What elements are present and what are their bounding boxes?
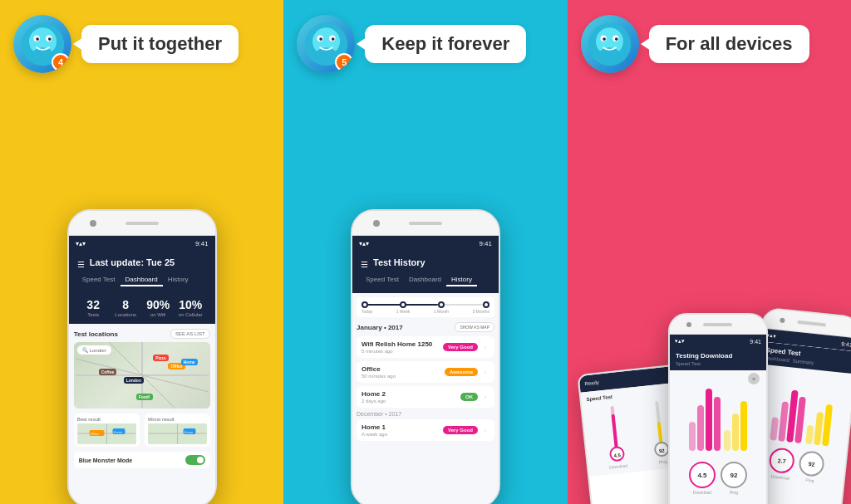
chevron-icon-home1[interactable]: › <box>481 426 489 434</box>
blue-monster-label: Blue Monster Mode <box>79 458 133 463</box>
slider-thumb-1week[interactable] <box>400 301 406 308</box>
best-result-label: Best result <box>77 417 136 422</box>
slider-label-1month: 1 Month <box>434 309 449 314</box>
slider-thumb-3months[interactable] <box>483 301 489 308</box>
slider-track[interactable] <box>362 304 489 306</box>
history-item-home2-name: Home 2 <box>362 390 460 398</box>
phone2-tab2[interactable]: Summary <box>792 358 814 365</box>
svg-text:Home: Home <box>184 430 193 434</box>
chevron-icon-office[interactable]: › <box>481 368 489 376</box>
mascot-yellow: 4 <box>13 15 71 73</box>
phone1-ping-stat: 92 Ping <box>721 462 747 495</box>
phone1-screen: Testing Download Speed Test <box>670 348 766 504</box>
chevron-icon-relish[interactable]: › <box>481 343 489 351</box>
history-item-home1-time: A week ago <box>362 432 443 437</box>
worst-result-card: Worst result Home <box>145 413 210 447</box>
phone-device-blue: ▾▴▾ 9:41 ☰ Test History Speed Test Dashb… <box>351 209 500 504</box>
slider-label-3months: 3 Months <box>472 309 489 314</box>
badge-ok-home2: OK <box>460 393 478 401</box>
devices-container: Ready 9:41 Speed Test 4.5 <box>568 313 851 504</box>
app-header-title-blue: Test History <box>373 257 426 267</box>
app-header-title-yellow: Last update: Tue 25 <box>90 257 175 267</box>
hamburger-icon-yellow[interactable]: ☰ <box>77 260 85 269</box>
svg-point-36 <box>615 37 618 41</box>
phone-status-bar-blue: ▾▴▾ 9:41 <box>352 236 499 251</box>
show-as-map-button[interactable]: SHOW AS MAP <box>455 322 494 332</box>
mascot-pink <box>581 15 639 73</box>
stat-locations: 8 Locations <box>110 298 142 317</box>
history-item-home2[interactable]: Home 2 2 days ago OK › <box>357 386 494 408</box>
hamburger-icon-blue[interactable]: ☰ <box>361 260 368 269</box>
slider-label-today: Today <box>362 309 372 314</box>
toggle-blue-monster[interactable] <box>185 455 205 465</box>
phone-device-yellow: ▾▴▾ 9:41 ☰ Last update: Tue 25 Speed Tes… <box>67 209 217 504</box>
history-item-office-time: 50 minutes ago <box>362 374 445 379</box>
phone2-time: 9:41 <box>841 340 851 347</box>
slider-thumb-1month[interactable] <box>438 301 445 308</box>
slider-thumb-today[interactable] <box>362 301 368 308</box>
phone-device-pink-1: ▾▴▾ 9:41 Testing Download Speed Test <box>668 313 768 504</box>
history-item-relish-info: Wifi Relish Home 1250 5 minutes ago <box>362 340 443 354</box>
phone1-camera <box>686 322 691 327</box>
ping-circle: 92 <box>721 462 747 488</box>
phone2-ping-stat: 92 Ping <box>797 450 825 484</box>
map-search-box[interactable]: 🔍 London <box>77 345 111 355</box>
phone2-ping-circle: 92 <box>798 450 825 477</box>
phone2-speaker <box>797 320 826 326</box>
phone-status-bar-yellow: ▾▴▾ 9:41 <box>69 236 215 251</box>
stat-tests-value: 32 <box>77 298 110 311</box>
app-header-yellow: ☰ Last update: Tue 25 Speed Test Dashboa… <box>69 251 215 293</box>
see-as-list-button[interactable]: SEE AS LIST <box>170 329 210 339</box>
slider-labels: Today 1 Week 1 Month 3 Months <box>362 309 489 314</box>
svg-point-5 <box>36 37 39 41</box>
history-month-jan: January • 2017 <box>357 324 403 331</box>
svg-text:Office: Office <box>90 432 99 436</box>
tab-history-yellow[interactable]: History <box>163 274 194 286</box>
status-time-blue: 9:41 <box>479 240 492 247</box>
svg-text:92: 92 <box>659 448 666 454</box>
stat-tests-label: Tests <box>77 312 110 317</box>
map-background: 🔍 London London Office Pizza Coffee Food… <box>74 342 210 409</box>
best-result-map: Office Home <box>77 423 136 444</box>
status-time-yellow: 9:41 <box>195 240 209 247</box>
map-area-yellow: 🔍 London London Office Pizza Coffee Food… <box>74 342 210 409</box>
phone1-tab-speedtest[interactable]: Speed Test <box>676 361 701 366</box>
map-pin-home: Home <box>181 359 198 365</box>
stat-wifi-value: 90% <box>142 298 175 311</box>
slider-label-1week: 1 Week <box>396 309 411 314</box>
tab-history-blue[interactable]: History <box>446 274 477 286</box>
phone2-ping-unit: Ping <box>797 477 822 484</box>
badge-very-good-home1: Very Good <box>443 426 478 434</box>
history-filter-jan: January • 2017 SHOW AS MAP <box>357 322 494 332</box>
tab-dashboard-blue[interactable]: Dashboard <box>404 274 446 286</box>
speech-bubble-text-pink: For all devices <box>666 33 793 54</box>
time-slider: Today 1 Week 1 Month 3 Months <box>357 297 494 317</box>
phone2-tab1[interactable]: Dashboard <box>765 355 790 363</box>
stat-tests: 32 Tests <box>77 298 110 317</box>
phone2-camera <box>780 317 785 323</box>
history-item-relish[interactable]: Wifi Relish Home 1250 5 minutes ago Very… <box>357 336 494 358</box>
ping-unit: Ping <box>721 490 747 495</box>
svg-rect-51 <box>740 401 747 451</box>
worst-result-label: Worst result <box>148 417 207 422</box>
tab-speed-test-yellow[interactable]: Speed Test <box>77 274 121 286</box>
close-button-phone1[interactable]: × <box>748 373 760 384</box>
svg-point-35 <box>603 37 606 41</box>
panel-header-yellow: 4 Put it together <box>0 0 283 81</box>
tab-speed-test-blue[interactable]: Speed Test <box>361 274 404 286</box>
svg-text:4.5: 4.5 <box>613 453 622 458</box>
map-pin-pizza: Pizza <box>153 355 169 361</box>
best-result-card: Best result Office Home <box>74 413 140 447</box>
stat-cellular: 10% on Cellular <box>175 298 207 317</box>
tab-dashboard-yellow[interactable]: Dashboard <box>121 274 163 286</box>
phone-top-blue <box>352 211 499 236</box>
chevron-icon-home2[interactable]: › <box>481 393 489 401</box>
mascot-blue: 5 <box>297 15 355 73</box>
history-item-home1[interactable]: Home 1 A week ago Very Good › <box>357 419 494 441</box>
phone-top-yellow <box>69 211 215 236</box>
history-item-relish-name: Wifi Relish Home 1250 <box>362 340 443 348</box>
history-item-office-info: Office 50 minutes ago <box>362 365 445 379</box>
app-screen-yellow: ☰ Last update: Tue 25 Speed Test Dashboa… <box>69 251 215 504</box>
content-area-yellow: Test locations SEE AS LIST <box>69 324 215 473</box>
history-item-office[interactable]: Office 50 minutes ago Awesome › <box>357 361 494 383</box>
